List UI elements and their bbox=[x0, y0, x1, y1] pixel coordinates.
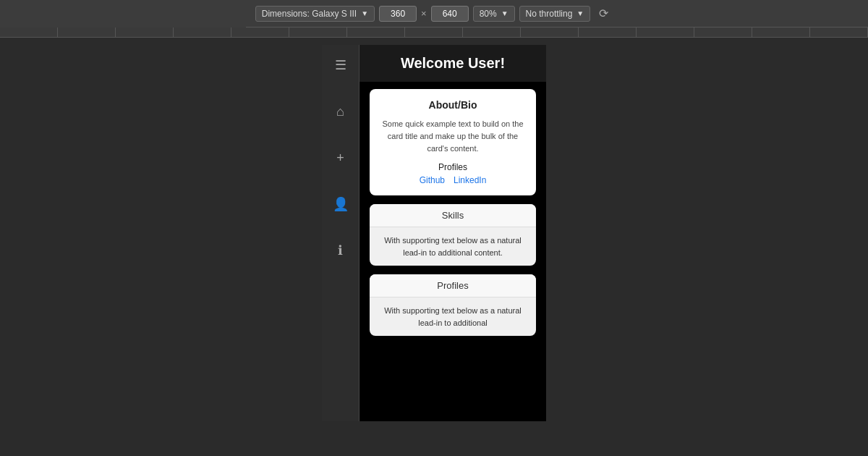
linkedin-link[interactable]: LinkedIn bbox=[454, 175, 486, 185]
ruler-tick bbox=[637, 28, 694, 38]
ruler bbox=[0, 28, 868, 38]
rotate-button[interactable]: ⟳ bbox=[595, 5, 613, 22]
bio-card-profiles-label: Profiles bbox=[378, 162, 527, 172]
profiles-card: Profiles With supporting text below as a… bbox=[370, 274, 536, 336]
profiles-card-body: With supporting text below as a natural … bbox=[370, 297, 536, 336]
device-area: ☰ ⌂ + 👤 ℹ Welcome User! About/ bbox=[0, 38, 868, 456]
ruler-tick bbox=[752, 28, 810, 38]
ruler-tick bbox=[174, 28, 231, 38]
sidebar-user[interactable]: 👤 bbox=[328, 191, 354, 217]
hamburger-icon: ☰ bbox=[335, 57, 346, 73]
zoom-selector[interactable]: 80% ▼ bbox=[473, 6, 515, 22]
skills-card-title: Skills bbox=[370, 204, 536, 227]
toolbar-left-spacer bbox=[0, 0, 246, 28]
add-icon: + bbox=[336, 151, 344, 166]
phone-screen: Welcome User! About/Bio Some quick examp… bbox=[359, 45, 546, 421]
phone-content: About/Bio Some quick example text to bui… bbox=[359, 82, 546, 421]
info-icon: ℹ bbox=[338, 242, 343, 258]
bio-card-text: Some quick example text to build on the … bbox=[378, 118, 527, 155]
main-area: ☰ ⌂ + 👤 ℹ Welcome User! About/ bbox=[0, 38, 868, 456]
sidebar-home[interactable]: ⌂ bbox=[328, 98, 354, 124]
width-input[interactable] bbox=[379, 6, 417, 22]
page-header: Welcome User! bbox=[359, 45, 546, 82]
home-icon: ⌂ bbox=[336, 104, 344, 119]
sidebar-hamburger[interactable]: ☰ bbox=[328, 52, 354, 78]
dimension-separator: × bbox=[421, 8, 427, 19]
device-caret: ▼ bbox=[361, 9, 368, 17]
page-title: Welcome User! bbox=[401, 55, 505, 71]
ruler-tick bbox=[405, 28, 463, 38]
sidebar-add[interactable]: + bbox=[328, 145, 354, 171]
ruler-tick bbox=[58, 28, 116, 38]
skills-card-body: With supporting text below as a natural … bbox=[370, 227, 536, 266]
devtools-toolbar: Dimensions: Galaxy S III ▼ × 80% ▼ No th… bbox=[0, 0, 868, 28]
ruler-tick bbox=[694, 28, 752, 38]
device-selector[interactable]: Dimensions: Galaxy S III ▼ bbox=[255, 6, 375, 22]
ruler-tick bbox=[0, 28, 58, 38]
zoom-caret: ▼ bbox=[501, 9, 509, 17]
sidebar-info[interactable]: ℹ bbox=[328, 237, 354, 263]
bio-card: About/Bio Some quick example text to bui… bbox=[370, 89, 536, 195]
user-icon: 👤 bbox=[333, 196, 349, 212]
ruler-tick bbox=[231, 28, 289, 38]
ruler-tick bbox=[116, 28, 174, 38]
throttle-label: No throttling bbox=[526, 9, 573, 19]
toolbar-center: Dimensions: Galaxy S III ▼ × 80% ▼ No th… bbox=[255, 5, 613, 22]
github-link[interactable]: Github bbox=[420, 175, 445, 185]
bio-card-title: About/Bio bbox=[378, 99, 527, 111]
ruler-tick bbox=[521, 28, 579, 38]
throttle-selector[interactable]: No throttling ▼ bbox=[519, 6, 591, 22]
ruler-tick bbox=[463, 28, 521, 38]
throttle-caret: ▼ bbox=[576, 9, 584, 17]
bio-card-links: Github LinkedIn bbox=[378, 175, 527, 185]
ruler-tick bbox=[579, 28, 637, 38]
ruler-tick bbox=[289, 28, 347, 38]
skills-card: Skills With supporting text below as a n… bbox=[370, 204, 536, 266]
sidebar-nav: ☰ ⌂ + 👤 ℹ bbox=[322, 45, 359, 421]
profiles-card-title: Profiles bbox=[370, 274, 536, 297]
zoom-label: 80% bbox=[480, 9, 497, 19]
height-input[interactable] bbox=[431, 6, 469, 22]
device-label: Dimensions: Galaxy S III bbox=[262, 9, 357, 19]
ruler-tick bbox=[347, 28, 405, 38]
ruler-tick bbox=[810, 28, 868, 38]
